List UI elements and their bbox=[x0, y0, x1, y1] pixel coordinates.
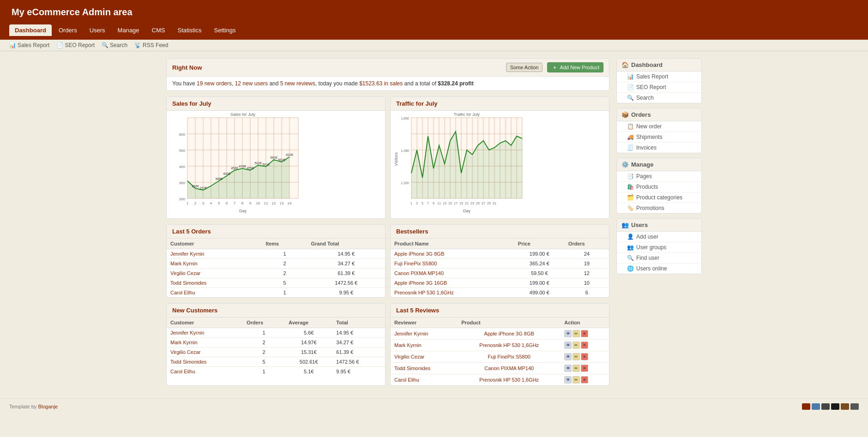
delete-icon[interactable]: ✕ bbox=[581, 341, 588, 349]
rev-product: Canon PIXMA MP140 bbox=[458, 363, 561, 374]
nav-manage[interactable]: Manage bbox=[112, 24, 145, 36]
nc-customer: Carol Elihu bbox=[167, 367, 243, 377]
delete-icon[interactable]: ✕ bbox=[581, 365, 588, 372]
sidebar-item-find-user[interactable]: 🔍 Find user bbox=[617, 253, 701, 263]
sidebar-item-new-order[interactable]: 📋 New order bbox=[617, 121, 701, 132]
new-reviews-link[interactable]: 5 new reviews bbox=[280, 80, 315, 87]
view-icon[interactable]: 👁 bbox=[564, 376, 572, 383]
table-row: Carol Elihu Prenosnik HP 530 1,6GHz 👁 ✏ … bbox=[391, 374, 609, 386]
svg-text:500: 500 bbox=[179, 149, 186, 153]
order-total: 1472.56 € bbox=[307, 278, 386, 288]
view-icon[interactable]: 👁 bbox=[564, 341, 572, 349]
sidebar-item-sales-report[interactable]: 📊 Sales Report bbox=[617, 72, 701, 82]
nc-orders: 1 bbox=[243, 367, 285, 377]
view-icon[interactable]: 👁 bbox=[564, 365, 572, 372]
edit-icon[interactable]: ✏ bbox=[573, 341, 580, 349]
nav-orders[interactable]: Orders bbox=[53, 24, 83, 36]
sidebar-item-search[interactable]: 🔍 Search bbox=[617, 93, 701, 103]
table-row: Todd Simonides Canon PIXMA MP140 👁 ✏ ✕ bbox=[391, 363, 609, 374]
sidebar-product-categories-label: Product categories bbox=[636, 194, 682, 201]
sidebar-item-products[interactable]: 🛍️ Products bbox=[617, 182, 701, 192]
table-row: Todd Simonides 5 502.61€ 1472.56 € bbox=[167, 357, 385, 367]
view-icon[interactable]: 👁 bbox=[564, 353, 572, 360]
rev-reviewer: Carol Elihu bbox=[391, 374, 458, 386]
sidebar-item-users-online[interactable]: 🌐 Users online bbox=[617, 263, 701, 274]
svg-text:600: 600 bbox=[179, 132, 186, 137]
sales-report-icon: 📊 bbox=[9, 42, 16, 48]
table-row: Jennifer Kyrnin 1 5.6€ 14.95 € bbox=[167, 328, 385, 338]
swatch-5[interactable] bbox=[850, 403, 859, 410]
sidebar-users-label: Users bbox=[631, 221, 648, 228]
svg-text:1,480: 1,480 bbox=[401, 149, 409, 152]
sidebar-dashboard-section: 🏠 Dashboard 📊 Sales Report 📄 SEO Report … bbox=[616, 58, 702, 103]
subnav-rss[interactable]: 📡 RSS Feed bbox=[134, 42, 168, 48]
sidebar-item-pages[interactable]: 📑 Pages bbox=[617, 171, 701, 182]
table-row: Mark Kyrnin 2 14.97€ 34.27 € bbox=[167, 338, 385, 347]
sales-amount-link[interactable]: $1523.63 in sales bbox=[359, 80, 403, 87]
sidebar-manage-section: ⚙️ Manage 📑 Pages 🛍️ Products 🗂️ Product… bbox=[616, 158, 702, 214]
subnav-search[interactable]: 🔍 Search bbox=[102, 42, 127, 48]
add-product-button[interactable]: + Add New Product bbox=[547, 62, 603, 72]
subnav-seo-report[interactable]: 📄 SEO Report bbox=[56, 42, 95, 48]
best-orders: 6 bbox=[565, 288, 609, 298]
nc-orders: 2 bbox=[243, 347, 285, 357]
subnav-sales-report[interactable]: 📊 Sales Report bbox=[9, 42, 49, 48]
svg-text:10: 10 bbox=[256, 201, 260, 205]
delete-icon[interactable]: ✕ bbox=[581, 330, 588, 337]
nav-cms[interactable]: CMS bbox=[146, 24, 171, 36]
sidebar-item-seo-report[interactable]: 📄 SEO Report bbox=[617, 82, 701, 93]
rev-col-reviewer: Reviewer bbox=[391, 317, 458, 328]
rss-icon: 📡 bbox=[134, 42, 141, 48]
new-orders-link[interactable]: 19 new orders bbox=[197, 80, 232, 87]
swatch-0[interactable] bbox=[802, 403, 810, 410]
view-icon[interactable]: 👁 bbox=[564, 330, 572, 337]
table-row: Apple iPhone 3G 16GB 199.00 € 10 bbox=[391, 278, 609, 288]
swatch-4[interactable] bbox=[841, 403, 849, 410]
swatch-3[interactable] bbox=[831, 403, 839, 410]
nc-total: 14.95 € bbox=[332, 328, 385, 338]
nav-statistics[interactable]: Statistics bbox=[172, 24, 207, 36]
svg-text:Day: Day bbox=[463, 209, 471, 213]
main-content: Right Now Some Action + Add New Product … bbox=[166, 58, 609, 391]
new-customers-table: Customer Orders Average Total Jennifer K… bbox=[167, 317, 385, 376]
pages-icon: 📑 bbox=[627, 173, 634, 180]
edit-icon[interactable]: ✏ bbox=[573, 353, 580, 360]
sales-chart-title: Sales for July bbox=[167, 97, 385, 111]
nav-users[interactable]: Users bbox=[84, 24, 111, 36]
sidebar-dashboard-header: 🏠 Dashboard bbox=[617, 59, 701, 72]
sidebar-item-invoices[interactable]: 🧾 Invoices bbox=[617, 143, 701, 153]
best-col-price: Price bbox=[514, 239, 565, 249]
sidebar-item-promotions[interactable]: 🏷️ Promotions bbox=[617, 203, 701, 213]
sidebar-item-shipments[interactable]: 🚚 Shipments bbox=[617, 132, 701, 143]
svg-text:456€: 456€ bbox=[231, 167, 238, 170]
edit-icon[interactable]: ✏ bbox=[573, 330, 580, 337]
nc-orders: 5 bbox=[243, 357, 285, 367]
table-row: Todd Simonides 5 1472.56 € bbox=[167, 278, 385, 288]
last5orders-title: Last 5 Orders bbox=[167, 225, 385, 239]
sidebar-item-user-groups[interactable]: 👥 User groups bbox=[617, 242, 701, 253]
sales-chart-container: 600 500 400 300 200 1 2 3 4 5 6 7 8 bbox=[167, 111, 385, 218]
swatch-1[interactable] bbox=[812, 403, 820, 410]
new-users-link[interactable]: 12 new users bbox=[235, 80, 268, 87]
subnav-search-label: Search bbox=[110, 42, 127, 48]
best-orders: 12 bbox=[565, 269, 609, 278]
sidebar-users-section: 👥 Users 👤 Add user 👥 User groups 🔍 Find … bbox=[616, 218, 702, 274]
order-customer: Jennifer Kyrnin bbox=[167, 249, 262, 259]
swatch-2[interactable] bbox=[821, 403, 830, 410]
edit-icon[interactable]: ✏ bbox=[573, 376, 580, 383]
bloganje-link[interactable]: Bloganje bbox=[38, 404, 58, 409]
best-orders: 10 bbox=[565, 278, 609, 288]
nav-settings[interactable]: Settings bbox=[208, 24, 241, 36]
sidebar-item-add-user[interactable]: 👤 Add user bbox=[617, 232, 701, 242]
table-row: Virgilio Cezar 2 61.39 € bbox=[167, 269, 385, 278]
delete-icon[interactable]: ✕ bbox=[581, 353, 588, 360]
nc-orders: 1 bbox=[243, 328, 285, 338]
svg-text:562€: 562€ bbox=[278, 158, 285, 162]
some-action-button[interactable]: Some Action bbox=[506, 63, 543, 72]
nav-dashboard[interactable]: Dashboard bbox=[9, 24, 52, 36]
delete-icon[interactable]: ✕ bbox=[581, 376, 588, 383]
sidebar-item-product-categories[interactable]: 🗂️ Product categories bbox=[617, 192, 701, 203]
svg-text:13: 13 bbox=[280, 201, 284, 205]
edit-icon[interactable]: ✏ bbox=[573, 365, 580, 372]
svg-text:264€: 264€ bbox=[192, 185, 199, 188]
